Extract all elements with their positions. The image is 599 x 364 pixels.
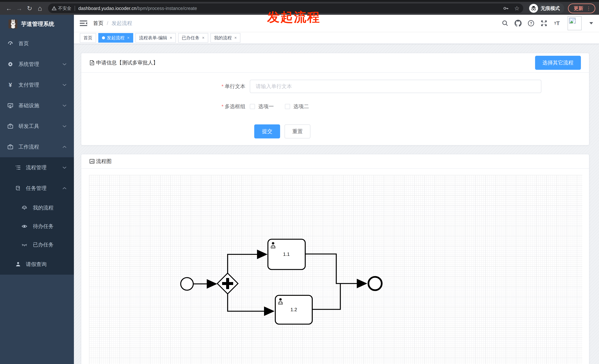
browser-back-icon[interactable]: ←: [4, 3, 14, 13]
task-label: 1.1: [283, 251, 290, 257]
chevron-down-icon: [62, 63, 67, 66]
browser-home-icon[interactable]: ⌂: [35, 3, 45, 13]
password-key-icon[interactable]: [503, 5, 509, 11]
eye-icon: [21, 223, 27, 229]
start-event[interactable]: [181, 278, 193, 290]
browser-menu-icon[interactable]: ⋮: [586, 6, 591, 11]
sidebar-item-label: 待办任务: [33, 223, 67, 230]
sidebar-item-workflow[interactable]: 工作流程: [0, 137, 74, 157]
checkbox-option-1[interactable]: 选项一: [250, 103, 274, 110]
parallel-gateway[interactable]: [217, 273, 238, 294]
flow-gateway-to-task2: [228, 294, 273, 311]
window-top-edge: [0, 0, 599, 2]
sidebar-item-label: 任务管理: [26, 185, 62, 192]
close-icon[interactable]: ×: [234, 35, 237, 40]
omnibox-divider: [75, 6, 75, 11]
security-label: 不安全: [58, 5, 71, 11]
screen: ← → ↻ ⌂ 不安全 dashboard.yudao.iocoder.cn/b…: [0, 0, 599, 364]
tab-start-process[interactable]: 发起流程 ×: [98, 33, 133, 43]
broken-image-icon: [569, 18, 577, 25]
bpmn-canvas[interactable]: 1.1 1.2: [81, 169, 589, 364]
sidebar-item-label: 研发工具: [18, 123, 62, 130]
help-icon[interactable]: ?: [527, 20, 535, 27]
browser-forward-icon[interactable]: →: [14, 3, 24, 13]
tags-view: 首页 发起流程 × 流程表单-编辑 × 已办任务 × 我的流程 ×: [74, 32, 599, 44]
close-icon[interactable]: ×: [202, 35, 204, 40]
choose-other-process-button[interactable]: 选择其它流程: [535, 56, 581, 70]
checkbox-icon[interactable]: [250, 104, 255, 109]
sidebar-item-home[interactable]: 首页: [0, 33, 74, 54]
sidebar-item-task-mgmt[interactable]: 任务管理: [0, 178, 74, 199]
security-warning[interactable]: 不安全: [52, 5, 71, 11]
document-icon: [89, 60, 95, 66]
sidebar-item-label: 系统管理: [18, 61, 62, 68]
flow-task2-to-end: [312, 284, 340, 309]
breadcrumb: 首页 / 发起流程: [93, 20, 132, 27]
yen-icon: ¥: [7, 82, 13, 88]
app-header: 首页 / 发起流程 ?: [74, 15, 599, 32]
sidebar-item-devtools[interactable]: 研发工具: [0, 116, 74, 137]
checkbox-group: 选项一 选项二: [250, 103, 309, 110]
browser-update-button[interactable]: 更新 ⋮: [568, 3, 595, 13]
sidebar-item-done-tasks[interactable]: 已办任务: [0, 236, 74, 254]
tab-form-edit[interactable]: 流程表单-编辑 ×: [135, 33, 176, 43]
checkbox-option-2[interactable]: 选项二: [285, 103, 309, 110]
flow-task1-to-end: [305, 254, 366, 284]
tab-done-tasks[interactable]: 已办任务 ×: [178, 33, 208, 43]
tab-my-process[interactable]: 我的流程 ×: [211, 33, 241, 43]
sidebar-item-todo-tasks[interactable]: 待办任务: [0, 217, 74, 236]
incognito-badge: 无痕模式: [529, 3, 564, 13]
chevron-down-icon: [62, 166, 67, 169]
sidebar-item-my-process[interactable]: 我的流程: [0, 199, 74, 217]
font-size-icon[interactable]: TT: [553, 20, 561, 27]
reset-button[interactable]: 重置: [284, 124, 310, 138]
sidebar-item-label: 我的流程: [33, 204, 67, 211]
avatar[interactable]: [568, 16, 582, 30]
sidebar-item-label: 已办任务: [33, 241, 67, 248]
active-tab-dot: [102, 36, 105, 39]
breadcrumb-separator: /: [107, 20, 108, 26]
sidebar-item-label: 支付管理: [18, 81, 62, 88]
sidebar-item-system[interactable]: 系统管理: [0, 54, 74, 75]
single-line-text-input[interactable]: [250, 80, 541, 93]
avatar-caret-icon[interactable]: [589, 22, 593, 24]
sidebar-collapse-icon[interactable]: [80, 20, 87, 26]
list-icon: [15, 165, 21, 170]
bookmark-star-icon[interactable]: ☆: [514, 5, 520, 11]
app-logo: [9, 20, 17, 28]
app-logo-row[interactable]: 芋道管理系统: [0, 15, 74, 33]
workflow-submenu: 流程管理 任务管理 我的流程: [0, 157, 74, 275]
github-icon[interactable]: [514, 20, 522, 27]
sidebar-item-payment[interactable]: ¥ 支付管理: [0, 75, 74, 95]
close-icon[interactable]: ×: [127, 35, 130, 40]
sidebar-item-process-mgmt[interactable]: 流程管理: [0, 157, 74, 178]
fullscreen-icon[interactable]: [540, 20, 548, 27]
sidebar-item-infrastructure[interactable]: 基础设施: [0, 95, 74, 116]
checkbox-icon[interactable]: [285, 104, 290, 109]
close-icon[interactable]: ×: [170, 35, 172, 40]
field-label: *多选框组: [81, 103, 250, 110]
sidebar-item-leave-query[interactable]: 请假查询: [0, 254, 74, 275]
sidebar-item-label: 流程管理: [26, 164, 62, 171]
card-title: 流程图: [96, 158, 112, 165]
apply-info-card: 申请信息【测试多审批人】 选择其它流程 *单行文本 *多选框组: [81, 53, 589, 145]
sidebar-item-label: 首页: [18, 40, 67, 47]
url-text[interactable]: dashboard.yudao.iocoder.cn/bpm/process-i…: [78, 6, 197, 11]
breadcrumb-home[interactable]: 首页: [93, 20, 104, 27]
process-form: *单行文本 *多选框组 选项一: [81, 73, 589, 145]
search-icon[interactable]: [502, 20, 509, 27]
end-event[interactable]: [368, 277, 382, 290]
user-task-1-2[interactable]: 1.2: [275, 295, 312, 324]
svg-text:?: ?: [530, 21, 532, 25]
submit-button[interactable]: 提交: [254, 124, 280, 138]
sidebar-item-label: 基础设施: [18, 102, 62, 109]
person-icon: [15, 261, 21, 267]
tree-icon: [15, 185, 21, 191]
required-mark: *: [221, 84, 224, 89]
chevron-up-icon: [62, 146, 67, 148]
page-content: 申请信息【测试多审批人】 选择其它流程 *单行文本 *多选框组: [74, 44, 599, 364]
briefcase-icon: [7, 123, 13, 129]
tab-home[interactable]: 首页: [80, 33, 96, 43]
browser-reload-icon[interactable]: ↻: [24, 3, 35, 13]
user-task-1-1[interactable]: 1.1: [268, 239, 305, 270]
